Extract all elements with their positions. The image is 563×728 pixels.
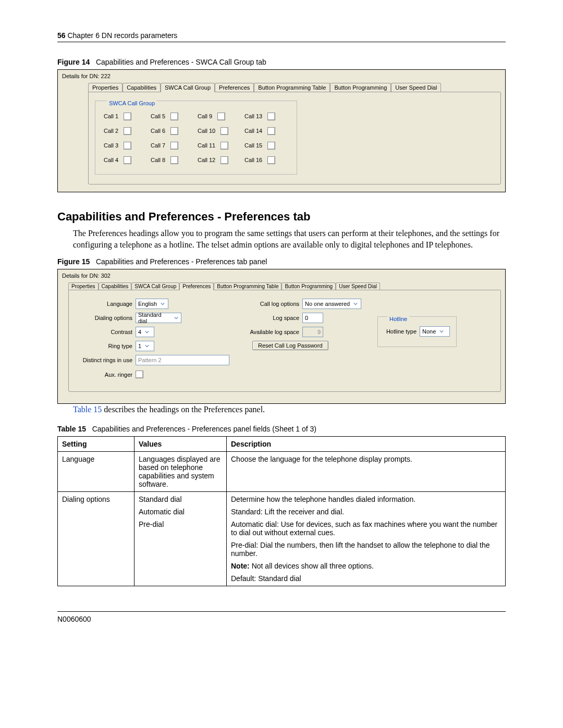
call-label: Call 10 (198, 128, 215, 134)
call-checkbox[interactable] (124, 113, 131, 120)
aux-label: Aux. ringer (75, 372, 136, 378)
figure15-panel: Details for DN: 302 PropertiesCapabiliti… (57, 269, 506, 404)
dialing-select[interactable]: Standard dial (136, 313, 181, 323)
call-cell: Call 9 (198, 109, 241, 123)
tab-strip: PropertiesCapabilitiesSWCA Call GroupPre… (68, 282, 501, 290)
tab-user-speed-dial[interactable]: User Speed Dial (336, 282, 380, 290)
call-grid: Call 1Call 2Call 3Call 4Call 5Call 6Call… (104, 109, 288, 167)
hotline-fieldset-label: Hotline (387, 316, 409, 322)
hotline-type-label: Hotline type (384, 328, 420, 335)
tab-user-speed-dial[interactable]: User Speed Dial (391, 83, 441, 92)
call-label: Call 9 (198, 113, 212, 119)
tab-button-programming[interactable]: Button Programming (330, 83, 391, 92)
chevron-down-icon (143, 342, 151, 350)
call-cell: Call 11 (198, 139, 241, 152)
tab-button-programming-table[interactable]: Button Programming Table (254, 83, 330, 92)
section-heading: Capabilities and Preferences - Preferenc… (57, 210, 506, 224)
call-cell: Call 7 (151, 139, 194, 152)
call-checkbox[interactable] (221, 156, 228, 164)
call-cell: Call 4 (104, 153, 148, 167)
tab-properties[interactable]: Properties (68, 282, 99, 290)
figure14-caption: Figure 14 Capabilities and Preferences -… (57, 58, 506, 66)
table15-link[interactable]: Table 15 (73, 405, 102, 414)
tab-button-programming-table[interactable]: Button Programming Table (214, 282, 282, 290)
call-checkbox[interactable] (221, 142, 228, 150)
doc-id: N0060600 (57, 615, 91, 623)
hotline-fieldset: Hotline Hotline type None (377, 316, 457, 347)
figure14-panel: Details for DN: 222 PropertiesCapabiliti… (57, 69, 506, 192)
tab-swca-call-group[interactable]: SWCA Call Group (161, 83, 215, 92)
call-cell: Call 3 (104, 139, 148, 152)
call-label: Call 8 (151, 157, 165, 163)
swca-fieldset: SWCA Call Group Call 1Call 2Call 3Call 4… (95, 101, 297, 175)
ringtype-select[interactable]: 1 (136, 341, 154, 351)
hotline-type-select[interactable]: None (420, 326, 450, 337)
tab-body: Language English Dialing options Standar… (68, 290, 501, 392)
chapter-title: Chapter 6 DN records parameters (67, 31, 177, 40)
call-checkbox[interactable] (170, 156, 178, 164)
call-label: Call 5 (151, 113, 165, 119)
reset-calllog-button[interactable]: Reset Call Log Password (252, 341, 328, 350)
distinct-field[interactable]: Pattern 2 (136, 355, 229, 365)
tab-preferences[interactable]: Preferences (215, 83, 254, 92)
table-row: LanguageLanguages displayed are based on… (58, 451, 506, 491)
logspace-field[interactable]: 0 (302, 313, 323, 323)
calllog-label: Call log options (242, 301, 302, 307)
tab-capabilities[interactable]: Capabilities (123, 83, 161, 92)
tab-properties[interactable]: Properties (88, 83, 123, 92)
call-label: Call 2 (104, 128, 118, 134)
call-label: Call 6 (151, 128, 165, 134)
call-label: Call 4 (104, 157, 118, 163)
avail-label: Available log space (242, 329, 302, 335)
language-select[interactable]: English (136, 299, 168, 309)
call-checkbox[interactable] (170, 113, 178, 120)
call-checkbox[interactable] (267, 113, 275, 120)
table-ref-text: Table 15 describes the headings on the P… (73, 404, 506, 415)
call-cell: Call 14 (244, 124, 288, 138)
logspace-label: Log space (242, 315, 302, 321)
call-label: Call 3 (104, 142, 118, 149)
call-checkbox[interactable] (221, 127, 228, 135)
call-checkbox[interactable] (217, 113, 225, 120)
tab-button-programming[interactable]: Button Programming (282, 282, 336, 290)
call-label: Call 16 (244, 157, 262, 163)
page-footer: N0060600 (57, 611, 506, 623)
call-checkbox[interactable] (267, 142, 275, 150)
call-checkbox[interactable] (124, 156, 131, 164)
call-checkbox[interactable] (267, 127, 275, 135)
call-checkbox[interactable] (124, 127, 131, 135)
call-cell: Call 12 (198, 153, 241, 167)
call-cell: Call 5 (151, 109, 194, 123)
avail-field: 9 (302, 327, 323, 337)
page-header: 56 Chapter 6 DN records parameters (57, 31, 506, 42)
call-checkbox[interactable] (170, 127, 178, 135)
tab-swca-call-group[interactable]: SWCA Call Group (131, 282, 179, 290)
tab-body: SWCA Call Group Call 1Call 2Call 3Call 4… (88, 92, 501, 184)
tab-preferences[interactable]: Preferences (179, 282, 214, 290)
distinct-label: Distinct rings in use (75, 357, 136, 363)
panel-title: Details for DN: 302 (62, 273, 501, 279)
call-label: Call 14 (244, 128, 262, 134)
chevron-down-icon (352, 300, 359, 307)
contrast-select[interactable]: 4 (136, 327, 154, 337)
call-checkbox[interactable] (124, 142, 131, 150)
col-description: Description (227, 436, 506, 451)
aux-ringer-checkbox[interactable] (136, 371, 143, 378)
call-label: Call 1 (104, 113, 118, 119)
fieldset-label: SWCA Call Group (107, 100, 157, 106)
call-cell: Call 15 (244, 139, 288, 152)
call-cell: Call 13 (244, 109, 288, 123)
call-checkbox[interactable] (267, 156, 275, 164)
call-label: Call 12 (198, 157, 215, 163)
call-label: Call 15 (244, 142, 262, 149)
dialing-label: Dialing options (75, 315, 136, 321)
call-cell: Call 16 (244, 153, 288, 167)
calllog-select[interactable]: No one answered (302, 299, 361, 309)
call-cell: Call 6 (151, 124, 194, 138)
call-label: Call 11 (198, 142, 215, 149)
table-row: Dialing optionsStandard dialAutomatic di… (58, 491, 506, 586)
table15-caption: Table 15 Capabilities and Preferences - … (57, 425, 506, 433)
tab-capabilities[interactable]: Capabilities (99, 282, 132, 290)
call-checkbox[interactable] (170, 142, 178, 150)
table15: Setting Values Description LanguageLangu… (57, 436, 506, 586)
